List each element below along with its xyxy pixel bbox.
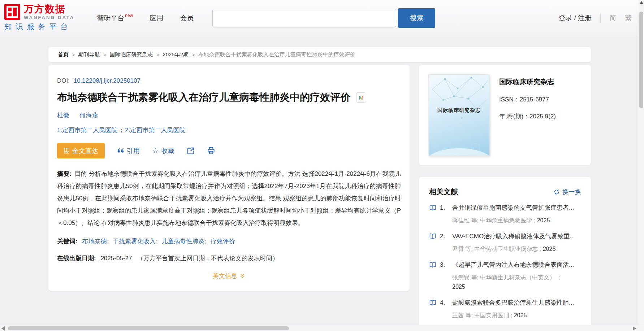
related-literature-card: 相关文献 换一换 [419,177,591,331]
medical-badge[interactable]: M [356,92,366,103]
journal-cover-title: 国际临床研究杂志 [429,107,489,114]
online-date-note: （万方平台首次上网日期，不代表论文的发表时间） [137,255,278,262]
breadcrumb: 首页 > 期刊导航 > 国际临床研究杂志 > 2025年2期 > 布地奈德联合干… [48,47,591,62]
lang-simplified-toggle[interactable]: 简 [609,13,616,23]
volume-value: 2025,9(2) [530,113,556,120]
wanfang-logo-icon [4,4,20,20]
content-container: 首页 > 期刊导航 > 国际临床研究杂志 > 2025年2期 > 布地奈德联合干… [48,47,591,331]
open-book-icon [429,205,440,211]
affiliation-link[interactable]: 定西市第二人民医院 [62,127,117,134]
author-link[interactable]: 何海燕 [79,111,98,119]
breadcrumb-separator: > [156,52,160,58]
related-item-authors: 尹霄 等; [452,246,473,252]
scroll-up-arrow[interactable] [639,1,644,4]
related-item-title[interactable]: VAV-ECMO治疗吸入稀硝酸液体及气雾致重... [452,232,575,240]
keyword-link[interactable]: 布地奈德 [82,238,107,245]
author-link[interactable]: 杜徽 [57,111,69,119]
favorite-button[interactable]: ☆ 收藏 [152,147,174,155]
related-item-authors: 蒋佳维 等; [452,217,479,223]
related-item-number: 3. [440,261,452,269]
related-item-meta: 尹霄 等; 中华劳动卫生职业病杂志 ; 2025 [452,244,572,254]
journal-cover-art [429,75,490,156]
related-title: 相关文献 [429,187,458,197]
journal-card: 国际临床研究杂志 国际临床研究杂志 ISSN：2515-6977 年,卷(期)：… [419,65,591,165]
star-icon: ☆ [152,147,159,154]
brand-tagline: 知识服务平台 [4,22,74,32]
related-item-source: 中华危重病急救医学 ; [480,217,535,223]
print-button[interactable] [207,147,215,155]
horizontal-scroll-thumb[interactable] [8,326,289,330]
related-item-year: 2025 [537,217,550,223]
main-nav: 智研平台new 应用 会员 [97,13,194,23]
affiliation-separator: ； [118,127,124,134]
breadcrumb-issue[interactable]: 2025年2期 [163,51,189,58]
breadcrumb-home[interactable]: 首页 [58,51,69,58]
online-date-label: 在线出版日期: [57,255,96,262]
related-item-source: 中华劳动卫生职业病杂志 ; [474,246,541,252]
fulltext-button[interactable]: free 全文直达 [57,143,105,158]
title-row: 布地奈德联合干扰素雾化吸入在治疗儿童病毒性肺炎中的疗效评价 M [57,91,401,104]
article-card: DOI: 10.12208/j.ijcr.20250107 布地奈德联合干扰素雾… [48,65,410,291]
journal-issn-row: ISSN：2515-6977 [499,95,556,104]
cite-button[interactable]: 引用 [117,147,140,155]
related-item: 1. 合并铜绿假单胞菌感染的支气管扩张症患者... 蒋佳维 等; 中华危重病急救… [429,204,581,225]
keyword-link[interactable]: 疗效评价 [211,238,235,245]
printer-icon [207,147,215,155]
refresh-related-button[interactable]: 换一换 [553,188,581,196]
journal-name-link[interactable]: 国际临床研究杂志 [499,77,556,87]
doi-label: DOI: [57,77,70,84]
related-item-title[interactable]: 盐酸氨溴索联合多巴胺治疗新生儿感染性肺... [452,299,574,307]
related-item-title[interactable]: 合并铜绿假单胞菌感染的支气管扩张症患者... [452,204,574,212]
vertical-scroll-thumb[interactable] [639,12,643,108]
lang-traditional-toggle[interactable]: 繁 [625,13,632,23]
wanfang-logo[interactable]: 万方数据 WANFANG DATA 知识服务平台 [4,4,74,32]
scroll-left-arrow[interactable] [1,326,5,331]
related-item-authors: 张崇巽 等; [452,274,479,280]
nav-item-member[interactable]: 会员 [180,13,194,23]
double-chevron-down-icon [239,273,245,279]
related-item: 4. 盐酸氨溴索联合多巴胺治疗新生儿感染性肺... 王茜 等; 中国实用医刊 ;… [429,299,581,320]
brand-name-en: WANFANG DATA [24,15,74,20]
breadcrumb-journal-nav[interactable]: 期刊导航 [78,51,100,58]
related-item-meta: 张崇巽 等; 中华新生儿科杂志（中英文） ； 2025 [452,273,572,292]
action-bar: free 全文直达 引用 ☆ 收藏 [57,143,401,158]
abstract-text: 目的 分析布地奈德联合干扰素雾化吸入在治疗儿童病毒性肺炎中的疗效评价。方法 选择… [57,170,401,226]
doi-link[interactable]: 10.12208/j.ijcr.20250107 [74,77,141,84]
abstract-label: 摘要: [57,170,72,177]
breadcrumb-current: 布地奈德联合干扰素雾化吸入在治疗儿童病毒性肺炎中的疗效评价 [198,51,355,58]
english-info-toggle[interactable]: 英文信息 [57,272,401,280]
related-item-meta: 蒋佳维 等; 中华危重病急救医学 ; 2025 [452,216,572,225]
vertical-scrollbar[interactable] [638,0,644,325]
nav-item-zhiyan-platform[interactable]: 智研平台new [97,13,133,23]
affiliation-list: 1.定西市第二人民医院；2.定西市第二人民医院 [57,126,401,134]
breadcrumb-separator: > [192,52,195,58]
horizontal-scrollbar[interactable] [0,325,644,331]
keyword-list: 关键词: 布地奈德; 干扰素雾化吸入; 儿童病毒性肺炎; 疗效评价 [57,237,401,245]
related-item-year: 2025 [514,312,527,318]
search-button[interactable]: 搜索 [398,8,435,28]
breadcrumb-journal[interactable]: 国际临床研究杂志 [110,51,153,58]
open-book-icon [429,300,440,306]
scroll-right-arrow[interactable] [633,326,636,331]
open-book-icon [429,233,440,239]
affiliation-link[interactable]: 定西市第二人民医院 [130,127,185,134]
journal-info: 国际临床研究杂志 ISSN：2515-6977 年,卷(期)：2025,9(2) [499,74,556,156]
search-input[interactable] [212,9,396,27]
journal-cover[interactable]: 国际临床研究杂志 [428,74,490,156]
issn-value: 2515-6977 [520,96,549,103]
site-header: 万方数据 WANFANG DATA 知识服务平台 智研平台new 应用 会员 搜… [0,0,644,36]
brand-name-cn: 万方数据 [24,4,74,14]
new-badge: new [125,13,133,18]
doi-row: DOI: 10.12208/j.ijcr.20250107 [57,77,401,84]
keyword-link[interactable]: 干扰素雾化吸入 [113,238,156,245]
related-item-source: 中国实用医刊 ; [474,312,512,318]
related-item-source: 中华新生儿科杂志（中英文） ； [480,274,562,280]
sidebar: 国际临床研究杂志 国际临床研究杂志 ISSN：2515-6977 年,卷(期)：… [419,65,591,331]
keywords-label: 关键词: [57,238,78,245]
share-button[interactable] [187,147,195,155]
keyword-link[interactable]: 儿童病毒性肺炎 [161,238,204,245]
header-divider [600,13,601,23]
nav-item-apps[interactable]: 应用 [150,13,163,23]
related-item-title[interactable]: 《超早产儿气管内注入布地奈德联合表面活... [452,261,574,269]
login-register-link[interactable]: 登录 / 注册 [558,13,592,23]
